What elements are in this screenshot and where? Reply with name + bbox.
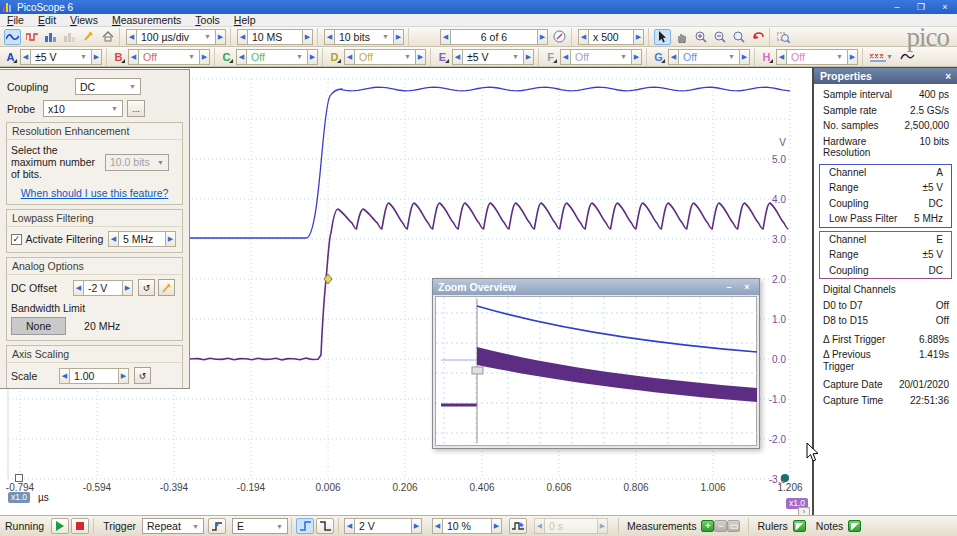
digital-inputs-button[interactable]: ▼ [868,49,894,65]
buffer-next[interactable]: ▶ [537,29,548,45]
zoom-overview-body[interactable] [435,296,757,446]
minimize-button[interactable]: – [885,0,909,14]
resolution-value[interactable]: 10 bits▼ [335,29,393,45]
timebase-increase[interactable]: ▶ [215,29,226,45]
trigger-source-select[interactable]: E▼ [232,518,288,534]
scale-decrease[interactable]: ◀ [59,368,70,384]
channel-f-range-select[interactable]: Off▼ [571,49,631,65]
channel-c-range-decrease[interactable]: ◀ [236,49,247,65]
menu-item-file[interactable]: File [0,14,31,26]
activate-filtering-checkbox[interactable]: ✓ [11,234,22,245]
channel-g-range-decrease[interactable]: ◀ [668,49,679,65]
scale-reset-button[interactable]: ↺ [134,367,151,384]
zoom-out-tool-button[interactable] [711,29,728,45]
samples-value[interactable]: 10 MS [248,29,302,45]
channel-e-menu-button[interactable]: E [435,51,450,63]
channel-g-range-increase[interactable]: ▶ [739,49,750,65]
resolution-decrease[interactable]: ◀ [324,29,335,45]
zoom-in-tool-button[interactable] [692,29,709,45]
zoom-overview-window[interactable]: Zoom Overview – × [432,278,760,449]
zoom-overview-minimize-button[interactable]: – [722,280,736,294]
add-measurement-button[interactable]: + [701,520,714,532]
channel-a-range-increase[interactable]: ▶ [91,49,102,65]
channel-f-menu-button[interactable]: F [543,51,558,63]
hand-tool-button[interactable] [673,29,690,45]
channel-a-range-decrease[interactable]: ◀ [20,49,31,65]
buffer-value[interactable]: 6 of 6 [451,29,537,45]
menu-item-views[interactable]: Views [63,14,105,26]
zoom-factor-value[interactable]: x 500 [589,29,633,45]
pretrigger-value[interactable]: 10 % [443,518,491,534]
undo-zoom-button[interactable] [749,29,766,45]
channel-f-range-increase[interactable]: ▶ [631,49,642,65]
rulers-button[interactable]: ◤ [793,520,806,532]
start-button[interactable] [51,518,69,534]
remove-measurement-button[interactable]: − [714,520,727,532]
menu-item-measurements[interactable]: Measurements [105,14,188,26]
buffer-navigator-button[interactable] [551,29,568,45]
channel-h-menu-button[interactable]: H [759,51,774,63]
channel-e-range-increase[interactable]: ▶ [523,49,534,65]
holdoff-decrease[interactable]: ◀ [534,518,545,534]
bandwidth-none-button[interactable]: None [11,317,66,335]
filter-frequency-decrease[interactable]: ◀ [108,231,119,247]
alarms-button[interactable] [61,29,78,45]
channel-e-range-decrease[interactable]: ◀ [452,49,463,65]
zoom-decrease[interactable]: ◀ [578,29,589,45]
channel-d-range-select[interactable]: Off▼ [355,49,415,65]
x-axis-zoom-badge[interactable]: x1.0 [8,492,30,503]
channel-b-range-increase[interactable]: ▶ [199,49,210,65]
persistence-view-button[interactable] [42,29,59,45]
properties-close-button[interactable]: × [945,71,951,82]
channel-c-range-increase[interactable]: ▶ [307,49,318,65]
channel-c-menu-button[interactable]: C [219,51,234,63]
stop-button[interactable] [71,518,89,534]
pretrigger-increase[interactable]: ▶ [491,518,502,534]
filter-frequency-increase[interactable]: ▶ [165,231,176,247]
dc-offset-auto-button[interactable] [158,279,175,296]
holdoff-increase[interactable]: ▶ [597,518,608,534]
channel-b-range-decrease[interactable]: ◀ [128,49,139,65]
channel-h-range-decrease[interactable]: ◀ [776,49,787,65]
probe-wizard-button[interactable] [80,29,97,45]
channel-e-range-select[interactable]: ±5 V▼ [463,49,523,65]
resolution-help-link[interactable]: When should I use this feature? [21,187,169,199]
channel-c-range-select[interactable]: Off▼ [247,49,307,65]
samples-increase[interactable]: ▶ [302,29,313,45]
channel-h-range-increase[interactable]: ▶ [847,49,858,65]
edit-measurement-button[interactable]: ▭ [727,520,740,532]
timebase-value[interactable]: 100 µs/div▼ [137,29,215,45]
filter-frequency-value[interactable]: 5 MHz [119,231,165,247]
holdoff-value[interactable]: 0 s [545,518,597,534]
channel-a-range-select[interactable]: ±5 V▼ [31,49,91,65]
advanced-trigger-button[interactable] [509,518,527,534]
dc-offset-decrease[interactable]: ◀ [73,280,84,296]
trigger-level-decrease[interactable]: ◀ [344,518,355,534]
maximize-button[interactable]: ❐ [909,0,933,14]
close-button[interactable]: × [933,0,957,14]
menu-item-help[interactable]: Help [227,14,263,26]
pointer-tool-button[interactable] [654,29,671,45]
trigger-type-button[interactable] [208,518,226,534]
dc-offset-reset-button[interactable]: ↺ [138,279,155,296]
channel-a-menu-button[interactable]: A [3,51,18,63]
channel-g-menu-button[interactable]: G [651,51,666,63]
probe-select[interactable]: x10▼ [43,100,123,117]
notes-button[interactable]: ◤ [848,520,861,532]
home-button[interactable] [99,29,116,45]
channel-h-range-select[interactable]: Off▼ [787,49,847,65]
dc-offset-increase[interactable]: ▶ [122,280,133,296]
zoom-full-tool-button[interactable] [730,29,747,45]
channel-g-range-select[interactable]: Off▼ [679,49,739,65]
scale-value[interactable]: 1.00 [70,368,118,384]
falling-edge-button[interactable] [316,518,334,534]
menu-item-edit[interactable]: Edit [31,14,63,26]
trigger-level-value[interactable]: 2 V [355,518,411,534]
pretrigger-decrease[interactable]: ◀ [432,518,443,534]
coupling-select[interactable]: DC▼ [75,78,141,95]
zoom-overview-close-button[interactable]: × [740,280,754,294]
x-axis-drag-handle[interactable] [15,474,23,482]
marquee-zoom-button[interactable] [775,29,792,45]
trigger-mode-select[interactable]: Repeat▼ [142,518,204,534]
dc-offset-value[interactable]: -2 V [84,280,122,296]
